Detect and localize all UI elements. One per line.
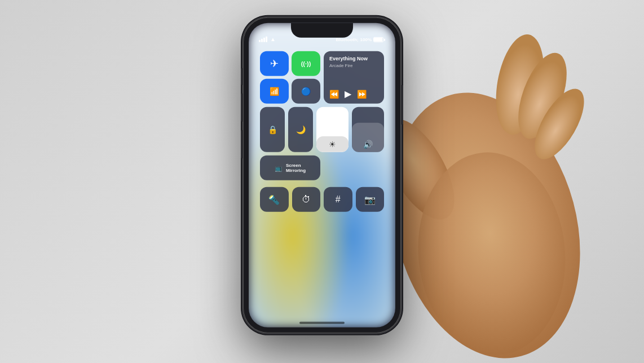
play-button[interactable]: ▶ xyxy=(345,88,351,99)
row-controls: 🔒 🌙 ☀ 🔊 xyxy=(260,107,384,152)
flashlight-button[interactable]: 🔦 xyxy=(260,187,289,212)
empty-cell-2 xyxy=(356,156,385,180)
bluetooth-button[interactable]: 🔵 xyxy=(292,79,320,104)
now-playing-artist: Arcade Fire xyxy=(329,63,378,68)
volume-slider[interactable]: 🔊 xyxy=(352,107,384,152)
cellular-button[interactable]: ((·)) xyxy=(292,51,320,76)
screen-mirroring-icon: 📺 xyxy=(275,164,283,171)
control-center: ✈ ((·)) 📶 🔵 xyxy=(255,47,389,216)
battery-tip xyxy=(384,38,385,41)
power-button[interactable] xyxy=(401,85,403,125)
signal-bar-3 xyxy=(263,37,265,42)
orientation-lock-button[interactable]: 🔒 xyxy=(260,107,285,152)
signal-bar-2 xyxy=(261,38,263,42)
screen-mirroring-sublabel: Mirroring xyxy=(286,168,306,173)
row-mirroring: 📺 Screen Mirroring xyxy=(260,156,384,184)
now-playing-controls: ⏪ ▶ ⏩ xyxy=(329,88,378,99)
wifi-status-icon: ▲ xyxy=(270,36,276,42)
cellular-icon: ((·)) xyxy=(301,60,311,67)
row-shortcuts: 🔦 ⏱ # 📷 xyxy=(260,187,384,212)
now-playing-info: Everything Now Arcade Fire xyxy=(329,56,378,68)
iphone-screen: ▲ Bluetooth; 100% xyxy=(249,23,395,327)
camera-icon: 📷 xyxy=(364,194,376,205)
brightness-icon: ☀ xyxy=(329,140,336,149)
iphone-wrapper: ▲ Bluetooth; 100% xyxy=(243,17,401,333)
timer-icon: ⏱ xyxy=(302,194,311,205)
airplane-icon: ✈ xyxy=(270,57,279,70)
mute-switch[interactable] xyxy=(241,68,243,85)
timer-button[interactable]: ⏱ xyxy=(292,187,321,212)
brightness-slider[interactable]: ☀ xyxy=(316,107,349,152)
do-not-disturb-button[interactable]: 🌙 xyxy=(288,107,313,152)
bluetooth-icon: Bluetooth; xyxy=(336,37,359,42)
calculator-icon: # xyxy=(336,194,341,205)
now-playing-panel: Everything Now Arcade Fire ⏪ ▶ ⏩ xyxy=(324,51,384,104)
status-right: Bluetooth; 100% xyxy=(336,37,385,43)
flashlight-icon: 🔦 xyxy=(268,194,280,205)
volume-icon: 🔊 xyxy=(363,140,373,149)
status-left: ▲ xyxy=(259,36,276,43)
screen-mirroring-label: Screen xyxy=(286,163,306,168)
rewind-button[interactable]: ⏪ xyxy=(329,89,339,98)
battery-icon xyxy=(373,37,385,42)
battery-percent-label: 100% xyxy=(360,37,372,42)
screen-mirroring-button[interactable]: 📺 Screen Mirroring xyxy=(260,156,320,180)
battery-body xyxy=(373,37,383,42)
connectivity-grid: ✈ ((·)) 📶 🔵 xyxy=(260,51,320,104)
signal-strength xyxy=(259,36,267,42)
volume-down-button[interactable] xyxy=(241,130,243,158)
moon-icon: 🌙 xyxy=(296,125,306,134)
iphone-frame: ▲ Bluetooth; 100% xyxy=(243,17,401,333)
calculator-button[interactable]: # xyxy=(324,187,352,212)
wifi-button[interactable]: 📶 xyxy=(260,79,289,104)
screen-mirroring-text-group: Screen Mirroring xyxy=(286,163,306,173)
airplane-mode-button[interactable]: ✈ xyxy=(260,51,289,76)
now-playing-title: Everything Now xyxy=(329,56,378,63)
camera-button[interactable]: 📷 xyxy=(356,187,385,212)
battery-fill xyxy=(374,38,382,42)
wifi-icon: 📶 xyxy=(270,87,279,96)
home-indicator xyxy=(299,322,345,324)
signal-bar-4 xyxy=(266,36,267,42)
bluetooth-icon: 🔵 xyxy=(301,87,311,96)
volume-up-button[interactable] xyxy=(241,94,243,122)
notch xyxy=(291,23,353,38)
empty-cell-1 xyxy=(324,156,352,180)
lock-rotation-icon: 🔒 xyxy=(268,125,277,134)
scene: ▲ Bluetooth; 100% xyxy=(0,0,644,363)
row-connectivity: ✈ ((·)) 📶 🔵 xyxy=(260,51,384,104)
fast-forward-button[interactable]: ⏩ xyxy=(357,89,367,98)
signal-bar-1 xyxy=(259,39,261,42)
